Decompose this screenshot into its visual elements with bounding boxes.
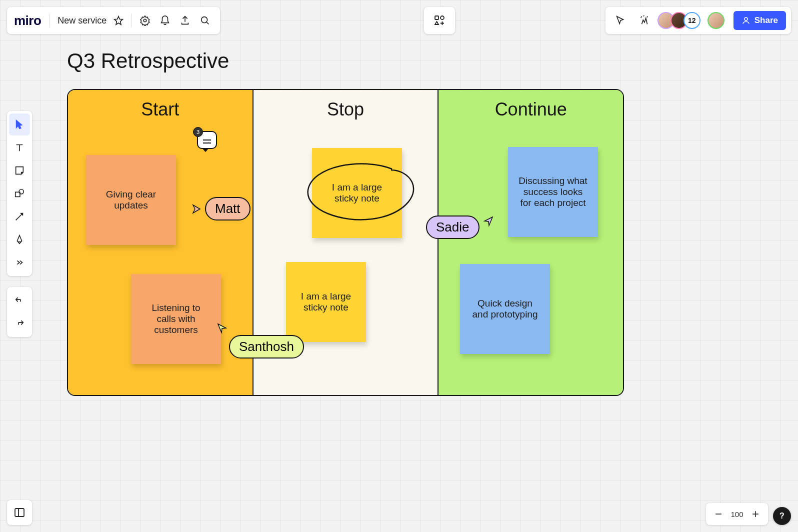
undo-button[interactable] <box>9 290 30 312</box>
top-right-toolbar: 12 Share <box>606 7 791 34</box>
svg-rect-4 <box>435 16 438 20</box>
reactions-icon[interactable] <box>634 10 654 30</box>
zoom-in-button[interactable]: + <box>747 506 764 522</box>
separator <box>49 14 50 28</box>
sticky-note[interactable]: Discussing what success looks for each p… <box>508 147 598 237</box>
collaborator-label: Matt <box>205 197 250 220</box>
miro-logo[interactable]: miro <box>14 13 41 28</box>
board-title[interactable]: Q3 Retrospective <box>67 49 229 73</box>
collaborator-label: Santhosh <box>229 335 304 358</box>
more-tools[interactable] <box>9 252 30 274</box>
shape-tool[interactable] <box>9 182 30 204</box>
apps-button[interactable] <box>424 7 455 34</box>
tool-toolbox <box>7 111 32 276</box>
collaborator-cursor-matt: Matt <box>190 197 250 220</box>
svg-rect-10 <box>15 508 24 516</box>
svg-point-1 <box>144 19 147 22</box>
comment-count-badge: 3 <box>193 127 203 137</box>
svg-point-6 <box>744 18 748 20</box>
connector-tool[interactable] <box>9 206 30 228</box>
sticky-note-tool[interactable] <box>9 160 30 182</box>
participant-avatars[interactable]: 12 <box>662 12 724 29</box>
svg-marker-0 <box>114 16 123 25</box>
sticky-note[interactable]: Giving clear updates <box>86 155 176 245</box>
collaborator-cursor-santhosh: Santhosh <box>216 322 304 358</box>
sticky-note[interactable]: Listening to calls with customers <box>131 274 221 364</box>
svg-point-5 <box>440 16 444 20</box>
share-button[interactable]: Share <box>734 11 786 30</box>
redo-button[interactable] <box>9 312 30 334</box>
svg-point-8 <box>19 190 24 194</box>
board-name[interactable]: New service <box>58 16 106 26</box>
cursor-mode-icon[interactable] <box>610 10 630 30</box>
separator <box>132 14 132 28</box>
search-icon[interactable] <box>195 10 215 30</box>
help-button[interactable]: ? <box>773 507 791 525</box>
zoom-controls: − 100 + <box>706 503 768 525</box>
svg-line-3 <box>206 22 209 24</box>
collaborator-cursor-sadie: Sadie <box>426 215 494 239</box>
column-title-continue[interactable]: Continue <box>438 99 623 120</box>
pen-tool[interactable] <box>9 228 30 250</box>
settings-icon[interactable] <box>135 10 155 30</box>
star-icon[interactable] <box>108 10 128 30</box>
column-title-start[interactable]: Start <box>68 99 252 120</box>
sticky-note[interactable]: Quick design and prototyping <box>460 264 550 354</box>
select-tool[interactable] <box>9 114 30 136</box>
svg-line-9 <box>16 214 22 220</box>
notification-bell-icon[interactable] <box>155 10 175 30</box>
sticky-note[interactable]: I am a large sticky note <box>312 148 402 238</box>
zoom-out-button[interactable]: − <box>710 506 727 522</box>
current-user-avatar[interactable] <box>708 12 724 29</box>
share-button-label: Share <box>754 16 778 26</box>
zoom-level[interactable]: 100 <box>727 510 747 518</box>
text-tool[interactable] <box>9 136 30 158</box>
collaborator-label: Sadie <box>426 216 480 239</box>
undo-redo-group <box>7 287 32 337</box>
top-left-toolbar: miro New service <box>7 7 220 34</box>
minimap-button[interactable] <box>7 500 32 525</box>
export-icon[interactable] <box>175 10 195 30</box>
column-title-stop[interactable]: Stop <box>254 99 438 120</box>
comment-indicator[interactable]: 3 <box>197 131 217 149</box>
participant-overflow-count[interactable]: 12 <box>684 12 700 29</box>
